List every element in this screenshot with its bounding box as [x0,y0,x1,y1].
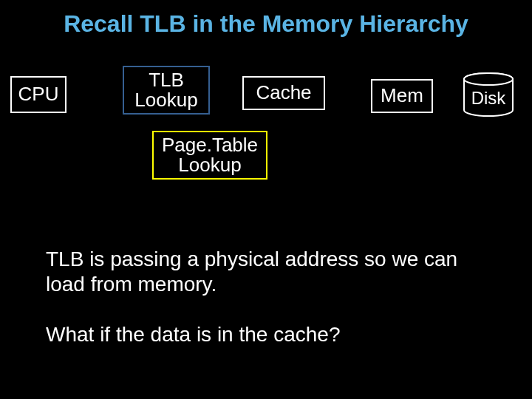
body-paragraph-2: What if the data is in the cache? [46,322,340,347]
mem-box: Mem [371,79,433,113]
slide-title: Recall TLB in the Memory Hierarchy [0,0,532,38]
pagetable-lookup-box: Page.TableLookup [152,131,267,180]
svg-point-1 [464,73,513,85]
disk-label: Disk [461,88,516,109]
hierarchy-diagram: CPU TLBLookup Cache Mem Page.TableLookup… [0,63,532,181]
disk-cylinder: Disk [461,72,516,117]
cache-box: Cache [242,76,325,110]
cpu-box: CPU [10,76,66,113]
tlb-lookup-box: TLBLookup [123,66,210,115]
body-paragraph-1: TLB is passing a physical address so we … [46,247,489,296]
